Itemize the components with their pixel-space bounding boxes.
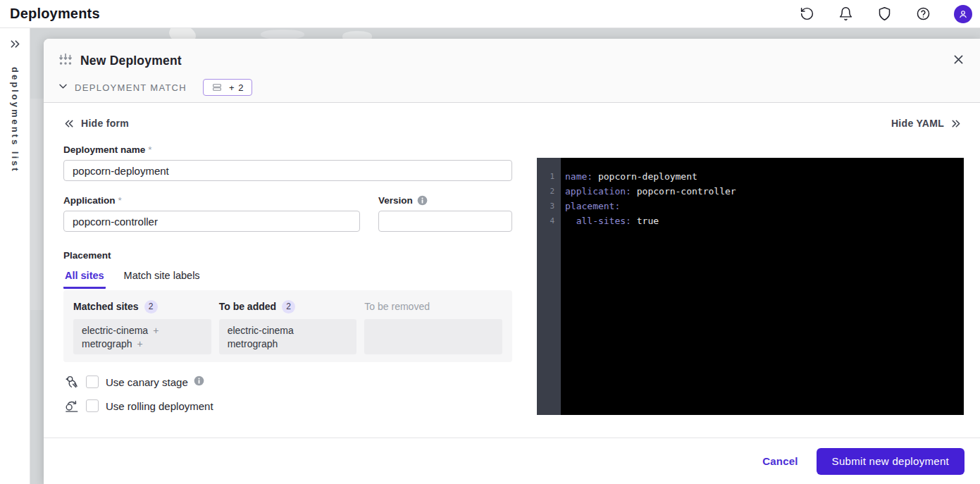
hide-form-label: Hide form bbox=[81, 118, 129, 129]
version-input[interactable] bbox=[378, 211, 512, 232]
sites-stack-icon bbox=[211, 82, 223, 93]
rolling-deployment-label: Use rolling deployment bbox=[106, 400, 213, 412]
application-input[interactable] bbox=[63, 211, 360, 232]
version-label: Version bbox=[378, 195, 512, 206]
to-be-added-label: To be added bbox=[219, 301, 276, 312]
site-item: metrograph bbox=[228, 337, 349, 351]
matched-sites-label: Matched sites bbox=[73, 301, 139, 312]
matched-sites-count: 2 bbox=[144, 300, 158, 314]
map-background: deployments list New Deployment bbox=[0, 28, 980, 484]
account-avatar[interactable] bbox=[954, 5, 972, 23]
deployment-icon bbox=[58, 51, 73, 70]
rolling-deployment-checkbox[interactable] bbox=[86, 399, 99, 412]
new-deployment-modal: New Deployment DEPLOYMENT MATCH + 2 Hi bbox=[44, 39, 980, 484]
to-be-removed-box bbox=[364, 319, 502, 354]
topbar-actions bbox=[799, 5, 972, 23]
yaml-line-numbers: 1 2 3 4 bbox=[537, 158, 561, 415]
modal-body: Hide form Hide YAML Deployment name* App… bbox=[44, 103, 980, 438]
rolling-deployment-icon bbox=[63, 398, 80, 414]
yaml-editor[interactable]: 1 2 3 4 name: popcorn-deployment applica… bbox=[537, 158, 964, 415]
cancel-button[interactable]: Cancel bbox=[762, 455, 798, 467]
map-landmass bbox=[261, 30, 304, 39]
top-bar: Deployments bbox=[0, 0, 980, 28]
expand-sidebar-icon[interactable] bbox=[9, 38, 21, 53]
to-be-removed-column: To be removed bbox=[364, 300, 502, 352]
double-chevron-left-icon bbox=[63, 118, 75, 129]
double-chevron-right-icon bbox=[950, 118, 962, 129]
canary-stage-row: Use canary stage bbox=[63, 373, 512, 390]
add-site-icon[interactable]: + bbox=[153, 325, 159, 336]
modal-footer: Cancel Submit new deployment bbox=[44, 438, 980, 484]
chevron-down-icon[interactable] bbox=[58, 81, 68, 94]
deployment-form: Deployment name* Application* Version bbox=[63, 144, 512, 414]
info-icon[interactable] bbox=[194, 376, 204, 389]
matched-sites-count-badge[interactable]: + 2 bbox=[203, 79, 252, 96]
page-title: Deployments bbox=[10, 6, 100, 22]
hide-form-button[interactable]: Hide form bbox=[63, 118, 129, 129]
site-item: metrograph+ bbox=[82, 337, 203, 351]
yaml-line: placement: bbox=[565, 199, 964, 213]
yaml-line: all-sites: true bbox=[565, 213, 964, 228]
shield-icon[interactable] bbox=[876, 6, 892, 22]
required-asterisk: * bbox=[148, 144, 151, 155]
site-item: electric-cinema bbox=[228, 324, 349, 337]
matched-sites-box: electric-cinema+ metrograph+ bbox=[73, 319, 211, 354]
close-icon[interactable] bbox=[949, 50, 967, 68]
notifications-bell-icon[interactable] bbox=[838, 6, 853, 22]
to-be-added-column: To be added 2 electric-cinema metrograph bbox=[219, 300, 357, 352]
canary-stage-label: Use canary stage bbox=[106, 376, 188, 388]
add-site-icon[interactable]: + bbox=[137, 338, 143, 349]
hide-yaml-button[interactable]: Hide YAML bbox=[891, 118, 962, 129]
submit-new-deployment-button[interactable]: Submit new deployment bbox=[817, 448, 965, 475]
refresh-icon[interactable] bbox=[799, 6, 814, 22]
modal-header: New Deployment DEPLOYMENT MATCH + 2 bbox=[44, 39, 980, 103]
deployment-name-label: Deployment name* bbox=[63, 144, 512, 156]
modal-title: New Deployment bbox=[80, 54, 182, 68]
map-landmass bbox=[30, 99, 44, 310]
deployments-list-rail: deployments list bbox=[0, 28, 30, 484]
deployment-match-section-label[interactable]: DEPLOYMENT MATCH bbox=[75, 82, 187, 93]
yaml-line: application: popcorn-controller bbox=[565, 184, 964, 199]
tab-all-sites[interactable]: All sites bbox=[63, 270, 106, 289]
placement-tabs: All sites Match site labels bbox=[63, 270, 512, 289]
to-be-removed-label: To be removed bbox=[364, 301, 430, 312]
canary-stage-checkbox[interactable] bbox=[86, 376, 99, 388]
info-icon[interactable] bbox=[417, 195, 428, 208]
help-icon[interactable] bbox=[915, 6, 931, 22]
canary-bird-icon bbox=[63, 374, 80, 390]
rolling-deployment-row: Use rolling deployment bbox=[63, 397, 512, 414]
to-be-added-box: electric-cinema metrograph bbox=[219, 319, 357, 354]
tab-match-site-labels[interactable]: Match site labels bbox=[123, 270, 201, 289]
placement-label: Placement bbox=[63, 250, 512, 261]
yaml-line: name: popcorn-deployment bbox=[565, 169, 964, 184]
hide-yaml-label: Hide YAML bbox=[891, 118, 944, 129]
deployments-list-label: deployments list bbox=[10, 67, 20, 173]
application-label: Application* bbox=[63, 195, 360, 206]
yaml-code-area[interactable]: name: popcorn-deployment application: po… bbox=[561, 158, 964, 415]
deployment-name-input[interactable] bbox=[63, 160, 512, 181]
to-be-added-count: 2 bbox=[282, 300, 295, 314]
badge-count-label: + 2 bbox=[229, 82, 244, 93]
site-item: electric-cinema+ bbox=[82, 324, 203, 337]
sites-panel: Matched sites 2 electric-cinema+ metrogr… bbox=[63, 290, 512, 362]
matched-sites-column: Matched sites 2 electric-cinema+ metrogr… bbox=[73, 300, 211, 352]
required-asterisk: * bbox=[118, 195, 122, 206]
